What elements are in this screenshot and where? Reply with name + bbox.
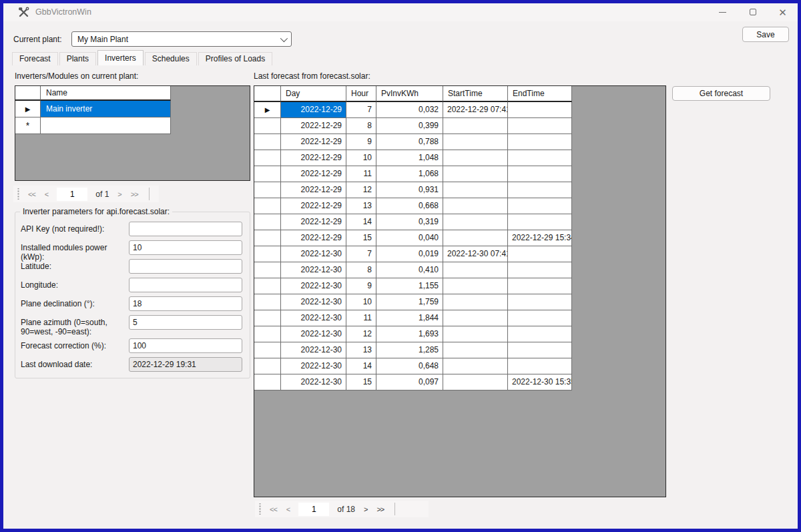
row-header[interactable] — [254, 294, 281, 310]
cell-pvinvkwh[interactable]: 0,410 — [376, 262, 443, 278]
maximize-button[interactable] — [738, 3, 768, 21]
row-header[interactable] — [254, 262, 281, 278]
last-download-date-input[interactable] — [129, 357, 242, 372]
cell-day[interactable]: 2022-12-29 — [281, 230, 346, 246]
row-header-selected[interactable]: ▶ — [15, 101, 41, 117]
cell-endtime[interactable] — [508, 246, 572, 262]
cell-endtime[interactable]: 2022-12-30 15:35 — [508, 374, 572, 390]
cell-hour[interactable]: 13 — [346, 198, 376, 214]
get-forecast-button[interactable]: Get forecast — [672, 86, 770, 101]
cell-pvinvkwh[interactable]: 0,668 — [376, 198, 443, 214]
column-header-endtime[interactable]: EndTime — [508, 86, 572, 102]
row-header[interactable] — [254, 134, 281, 150]
cell-starttime[interactable] — [443, 182, 508, 198]
cell-pvinvkwh[interactable]: 0,931 — [376, 182, 443, 198]
cell-hour[interactable]: 7 — [346, 102, 376, 118]
cell-starttime[interactable] — [443, 166, 508, 182]
inverter-name-cell[interactable]: Main inverter — [41, 101, 171, 117]
cell-endtime[interactable] — [508, 214, 572, 230]
cell-hour[interactable]: 10 — [346, 294, 376, 310]
cell-day[interactable]: 2022-12-30 — [281, 310, 346, 326]
cell-endtime[interactable] — [508, 166, 572, 182]
cell-day[interactable]: 2022-12-30 — [281, 294, 346, 310]
cell-endtime[interactable] — [508, 262, 572, 278]
cell-pvinvkwh[interactable]: 1,048 — [376, 150, 443, 166]
row-header[interactable] — [254, 246, 281, 262]
cell-starttime[interactable] — [443, 358, 508, 374]
cell-pvinvkwh[interactable]: 0,319 — [376, 214, 443, 230]
cell-endtime[interactable] — [508, 326, 572, 342]
cell-hour[interactable]: 12 — [346, 326, 376, 342]
cell-day[interactable]: 2022-12-29 — [281, 166, 346, 182]
cell-hour[interactable]: 11 — [346, 310, 376, 326]
cell-endtime[interactable]: 2022-12-29 15:34 — [508, 230, 572, 246]
current-plant-select[interactable]: My Main Plant — [71, 31, 292, 47]
row-header-new[interactable]: * — [15, 117, 41, 134]
next-page-button[interactable]: > — [359, 505, 372, 513]
cell-day[interactable]: 2022-12-30 — [281, 358, 346, 374]
tab-forecast[interactable]: Forecast — [12, 52, 58, 65]
row-header[interactable] — [254, 374, 281, 390]
cell-day[interactable]: 2022-12-29 — [281, 214, 346, 230]
first-page-button[interactable]: << — [23, 190, 40, 198]
cell-pvinvkwh[interactable]: 1,155 — [376, 278, 443, 294]
row-header[interactable] — [254, 326, 281, 342]
row-header[interactable] — [254, 342, 281, 358]
cell-pvinvkwh[interactable]: 0,019 — [376, 246, 443, 262]
row-header[interactable] — [254, 310, 281, 326]
cell-day[interactable]: 2022-12-30 — [281, 374, 346, 390]
last-page-button[interactable]: >> — [372, 505, 388, 513]
cell-starttime[interactable] — [443, 374, 508, 390]
cell-starttime[interactable] — [443, 214, 508, 230]
tab-profiles-of-loads[interactable]: Profiles of Loads — [198, 52, 272, 65]
cell-hour[interactable]: 15 — [346, 374, 376, 390]
close-button[interactable]: ✕ — [768, 3, 798, 21]
cell-pvinvkwh[interactable]: 0,788 — [376, 134, 443, 150]
cell-starttime[interactable]: 2022-12-29 07:41 — [443, 102, 508, 118]
cell-endtime[interactable] — [508, 294, 572, 310]
tab-plants[interactable]: Plants — [59, 52, 96, 65]
cell-endtime[interactable] — [508, 182, 572, 198]
cell-starttime[interactable] — [443, 294, 508, 310]
cell-day[interactable]: 2022-12-29 — [281, 134, 346, 150]
cell-endtime[interactable] — [508, 358, 572, 374]
cell-day[interactable]: 2022-12-30 — [281, 262, 346, 278]
cell-hour[interactable]: 8 — [346, 118, 376, 134]
row-header[interactable] — [254, 118, 281, 134]
cell-hour[interactable]: 9 — [346, 278, 376, 294]
cell-hour[interactable]: 14 — [346, 358, 376, 374]
row-header[interactable]: ▶ — [254, 102, 281, 118]
cell-hour[interactable]: 8 — [346, 262, 376, 278]
api-key-input[interactable] — [129, 222, 242, 236]
save-button[interactable]: Save — [742, 27, 789, 42]
grid-corner[interactable] — [15, 86, 41, 101]
last-page-button[interactable]: >> — [126, 190, 143, 198]
row-header[interactable] — [254, 166, 281, 182]
cell-day[interactable]: 2022-12-30 — [281, 278, 346, 294]
cell-day[interactable]: 2022-12-30 — [281, 342, 346, 358]
minimize-button[interactable] — [708, 3, 738, 21]
cell-starttime[interactable] — [443, 342, 508, 358]
cell-endtime[interactable] — [508, 310, 572, 326]
plane-declination-input[interactable] — [129, 296, 242, 311]
cell-endtime[interactable] — [508, 198, 572, 214]
cell-hour[interactable]: 9 — [346, 134, 376, 150]
column-header-hour[interactable]: Hour — [346, 86, 376, 102]
cell-endtime[interactable] — [508, 278, 572, 294]
cell-starttime[interactable]: 2022-12-30 07:41 — [443, 246, 508, 262]
plane-azimuth-input[interactable] — [129, 315, 242, 330]
row-header[interactable] — [254, 230, 281, 246]
cell-endtime[interactable] — [508, 342, 572, 358]
longitude-input[interactable] — [129, 278, 242, 292]
latitude-input[interactable] — [129, 259, 242, 274]
cell-hour[interactable]: 10 — [346, 150, 376, 166]
cell-pvinvkwh[interactable]: 0,097 — [376, 374, 443, 390]
inverter-name-cell-empty[interactable] — [41, 117, 171, 134]
cell-endtime[interactable] — [508, 150, 572, 166]
prev-page-button[interactable]: < — [40, 190, 53, 198]
row-header[interactable] — [254, 150, 281, 166]
next-page-button[interactable]: > — [113, 190, 125, 198]
page-number-input[interactable] — [57, 188, 87, 201]
cell-pvinvkwh[interactable]: 0,399 — [376, 118, 443, 134]
column-header-starttime[interactable]: StartTime — [443, 86, 508, 102]
